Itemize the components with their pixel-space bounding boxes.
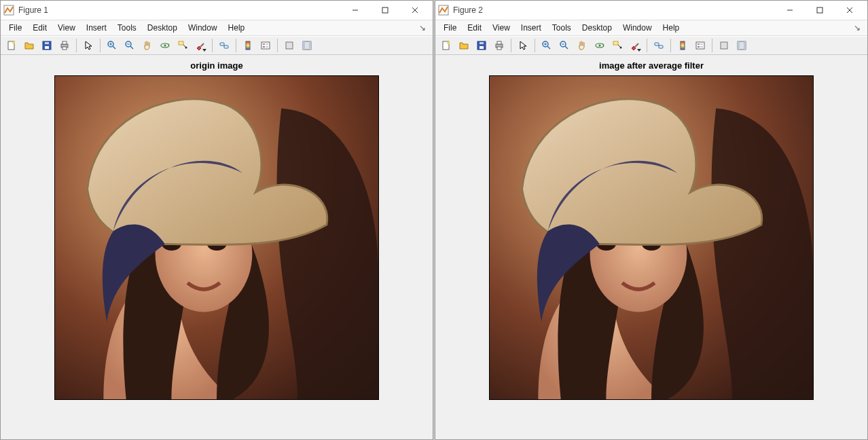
menu-view[interactable]: View: [487, 22, 516, 34]
menu-tools[interactable]: Tools: [112, 22, 142, 34]
menu-edit[interactable]: Edit: [462, 22, 487, 34]
svg-line-18: [130, 46, 133, 49]
print-icon[interactable]: [56, 37, 73, 54]
link-plot-icon[interactable]: [651, 37, 667, 54]
legend-icon[interactable]: [257, 37, 274, 54]
svg-rect-70: [681, 41, 685, 50]
show-plot-tools-icon[interactable]: [734, 37, 750, 54]
menu-desktop[interactable]: Desktop: [142, 22, 183, 34]
svg-point-21: [164, 45, 166, 47]
menu-desktop[interactable]: Desktop: [577, 22, 617, 34]
zoom-in-icon[interactable]: [539, 37, 555, 54]
placeholder-image-icon: [55, 76, 378, 399]
svg-rect-30: [261, 42, 270, 49]
link-plot-icon[interactable]: [216, 37, 232, 54]
toolbar-separator: [236, 39, 236, 52]
figure-canvas[interactable]: origin image: [1, 55, 433, 439]
menu-insert[interactable]: Insert: [516, 22, 547, 34]
brush-icon[interactable]: [627, 37, 643, 54]
save-icon[interactable]: [473, 37, 490, 54]
svg-rect-49: [480, 46, 484, 49]
toolbar-separator: [277, 39, 278, 52]
svg-point-62: [599, 45, 601, 47]
titlebar[interactable]: Figure 1: [1, 1, 433, 20]
legend-icon[interactable]: [692, 37, 708, 54]
svg-line-59: [565, 46, 568, 49]
close-button[interactable]: [400, 1, 430, 20]
figure-2-window: Figure 2 File Edit View Insert Tools Des…: [435, 0, 868, 440]
brush-icon[interactable]: [192, 37, 209, 54]
svg-rect-12: [62, 47, 67, 50]
zoom-out-icon[interactable]: [556, 37, 573, 54]
toolbar-separator: [76, 39, 77, 52]
zoom-out-icon[interactable]: [122, 37, 138, 54]
svg-rect-8: [45, 46, 49, 49]
svg-rect-11: [62, 41, 67, 44]
toolbar-separator: [712, 39, 712, 52]
svg-rect-50: [480, 42, 484, 44]
menu-file[interactable]: File: [3, 22, 27, 34]
minimize-button[interactable]: [340, 1, 370, 20]
placeholder-image-icon: [490, 76, 813, 399]
pointer-icon[interactable]: [80, 37, 96, 54]
menu-insert[interactable]: Insert: [81, 22, 112, 34]
menu-window[interactable]: Window: [617, 22, 657, 34]
pan-icon[interactable]: [574, 37, 590, 54]
pointer-icon[interactable]: [515, 37, 531, 54]
rotate-3d-icon[interactable]: [592, 37, 608, 54]
save-icon[interactable]: [39, 37, 55, 54]
maximize-button[interactable]: [370, 1, 400, 20]
plot-title: image after average filter: [435, 60, 867, 71]
chevron-down-icon: [202, 49, 206, 52]
svg-point-47: [447, 41, 450, 44]
toolbar-separator: [535, 39, 535, 52]
svg-rect-71: [696, 42, 704, 49]
open-file-icon[interactable]: [21, 37, 37, 54]
svg-rect-35: [286, 42, 293, 49]
pan-icon[interactable]: [139, 37, 156, 54]
rotate-3d-icon[interactable]: [157, 37, 173, 54]
menu-view[interactable]: View: [52, 22, 81, 34]
data-cursor-icon[interactable]: [609, 37, 626, 54]
menu-help[interactable]: Help: [223, 22, 251, 34]
open-file-icon[interactable]: [456, 37, 472, 54]
app-icon: [438, 5, 449, 16]
minimize-button[interactable]: [775, 1, 805, 20]
svg-line-25: [200, 43, 204, 47]
toolbar-separator: [670, 39, 671, 52]
menu-file[interactable]: File: [438, 22, 462, 34]
new-figure-icon[interactable]: [3, 37, 20, 54]
window-title: Figure 2: [453, 5, 775, 15]
svg-rect-29: [246, 41, 250, 50]
show-plot-tools-icon[interactable]: [299, 37, 315, 54]
close-button[interactable]: [835, 1, 865, 20]
window-controls: [340, 1, 430, 20]
maximize-button[interactable]: [805, 1, 835, 20]
window-title: Figure 1: [18, 5, 340, 15]
svg-line-69: [658, 45, 659, 46]
menu-window[interactable]: Window: [183, 22, 223, 34]
colorbar-icon[interactable]: [240, 37, 256, 54]
zoom-in-icon[interactable]: [104, 37, 120, 54]
print-icon[interactable]: [491, 37, 507, 54]
menu-tools[interactable]: Tools: [547, 22, 577, 34]
menu-help[interactable]: Help: [657, 22, 685, 34]
image-axes[interactable]: [489, 75, 814, 400]
dock-marker-icon[interactable]: ↘: [419, 23, 430, 33]
image-axes[interactable]: [54, 75, 379, 400]
data-cursor-icon[interactable]: [175, 37, 191, 54]
hide-plot-tools-icon[interactable]: [281, 37, 297, 54]
hide-plot-tools-icon[interactable]: [716, 37, 732, 54]
titlebar[interactable]: Figure 2: [435, 1, 867, 20]
figure-1-window: Figure 1 File Edit View Insert Tools Des…: [0, 0, 433, 440]
svg-rect-52: [497, 41, 501, 44]
figure-canvas[interactable]: image after average filter: [435, 55, 867, 439]
toolbar: [1, 36, 433, 55]
colorbar-icon[interactable]: [674, 37, 691, 54]
dock-marker-icon[interactable]: ↘: [854, 23, 865, 33]
svg-point-24: [185, 47, 187, 49]
svg-rect-78: [738, 41, 740, 50]
new-figure-icon[interactable]: [438, 37, 454, 54]
svg-rect-76: [721, 42, 727, 49]
menu-edit[interactable]: Edit: [27, 22, 52, 34]
